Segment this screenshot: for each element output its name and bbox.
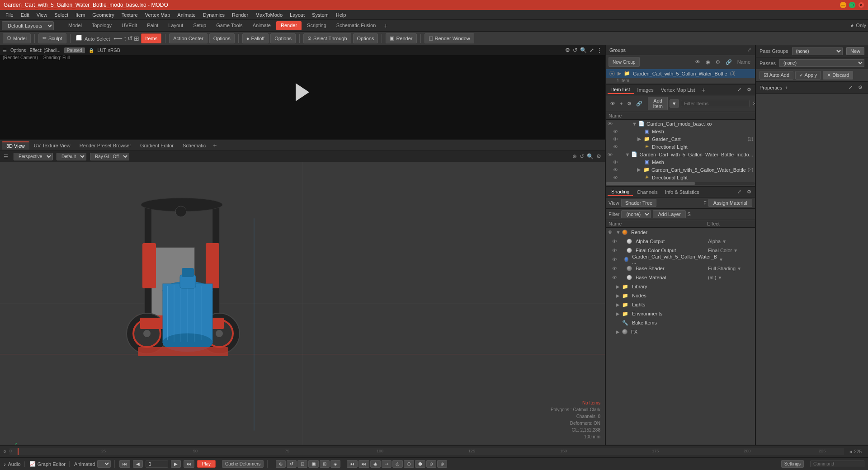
group-expand-icon-0[interactable]: ▶ (618, 70, 621, 76)
il-eye-icon[interactable]: 👁 (609, 100, 617, 108)
base-shader-dropdown-icon[interactable]: ▼ (737, 266, 741, 271)
groups-settings-icon[interactable]: ⚙ (714, 58, 722, 66)
preview-options-icon[interactable]: ☰ (3, 48, 7, 53)
viewport-view-dropdown[interactable]: Perspective (14, 153, 53, 160)
item-expand-0[interactable]: ▼ (632, 121, 637, 127)
groups-eye-icon[interactable]: 👁 (693, 58, 702, 66)
settings-button[interactable]: Settings (781, 460, 804, 468)
next-frame-button[interactable]: ▶ (171, 460, 181, 468)
tab-model[interactable]: Model (64, 21, 86, 30)
item-list-expand-icon[interactable]: ⤢ (736, 86, 743, 94)
shader-eye-base-shader[interactable]: 👁 (612, 266, 618, 271)
item-list-scrollbar-thumb[interactable] (606, 182, 695, 185)
shader-row-alpha[interactable]: 👁 Alpha Output Alpha ▼ (606, 237, 755, 246)
menu-animate[interactable]: Animate (174, 11, 199, 19)
il-add-icon[interactable]: + (618, 100, 624, 108)
menu-texture[interactable]: Texture (118, 11, 142, 19)
il-tab-images[interactable]: Images (634, 86, 657, 94)
playback-icon-4[interactable]: ▣ (308, 460, 319, 468)
preview-zoom-in-icon[interactable]: 🔍 (580, 47, 587, 53)
add-item-dropdown-button[interactable]: ▼ (670, 99, 679, 108)
discard-button[interactable]: ✕ Discard (823, 71, 853, 80)
tab-render[interactable]: Render (276, 21, 302, 30)
item-eye-1[interactable]: 👁 (613, 129, 619, 134)
cache-deformers-button[interactable]: Cache Deformers (222, 460, 264, 468)
play-transport-button[interactable]: Play (197, 460, 216, 468)
playback2-icon-8[interactable]: ⊙ (426, 460, 436, 468)
shader-expand-render[interactable]: ▼ (616, 230, 620, 235)
menu-select[interactable]: Select (51, 11, 72, 19)
group-item-0[interactable]: ▶ 📁 Garden_Cart_with_5_Gallon_Water_Bott… (606, 69, 755, 78)
viewport-options-icon[interactable]: ☰ (4, 154, 8, 160)
preview-settings-icon[interactable]: ⚙ (565, 47, 570, 53)
shader-expand-environments[interactable]: ▶ (616, 311, 620, 317)
shader-row-library[interactable]: 👁 ▶ 📁 Library (606, 282, 755, 291)
menu-vertex-map[interactable]: Vertex Map (142, 11, 174, 19)
item-eye-6[interactable]: 👁 (613, 167, 619, 173)
vp-tab-gradient-editor[interactable]: Gradient Editor (136, 142, 178, 149)
items-button[interactable]: Items (141, 33, 161, 43)
shading-tab-info[interactable]: Info & Statistics (661, 188, 703, 196)
viewport-rotate-icon[interactable]: ⊕ (572, 153, 577, 160)
il-tab-vertex-map[interactable]: Vertex Map List (657, 86, 699, 94)
groups-link-icon[interactable]: 🔗 (724, 58, 734, 66)
item-row-0[interactable]: 👁 ▼ 📄 Garden_Cart_modo_base.lxo (606, 120, 755, 127)
tab-animate[interactable]: Animate (248, 21, 275, 30)
select-through-button[interactable]: ⊙ Select Through (303, 33, 351, 43)
item-eye-0[interactable]: 👁 (608, 121, 614, 127)
item-expand-6[interactable]: ▶ (637, 167, 642, 173)
tab-uvedit[interactable]: UVEdit (117, 21, 142, 30)
gcwb-dropdown-icon[interactable]: ▼ (719, 257, 723, 262)
item-row-4[interactable]: 👁 ▼ 📄 Garden_Cart_with_5_Gallon_Water_Bo… (606, 150, 755, 158)
command-input[interactable] (810, 461, 864, 467)
tab-schematic-fusion[interactable]: Schematic Fusion (332, 21, 380, 30)
apply-button[interactable]: ✓ Apply (795, 71, 821, 80)
menu-view[interactable]: View (33, 11, 51, 19)
maximize-button[interactable]: □ (849, 2, 855, 8)
pass-groups-dropdown[interactable]: (none) (792, 47, 843, 55)
playback-icon-2[interactable]: ↺ (287, 460, 297, 468)
playback2-icon-9[interactable]: ⊛ (437, 460, 447, 468)
close-button[interactable]: ✕ (858, 2, 864, 8)
shading-settings-icon[interactable]: ⚙ (745, 188, 753, 196)
menu-system[interactable]: System (308, 11, 332, 19)
shader-row-nodes[interactable]: 👁 ▶ 📁 Nodes (606, 291, 755, 300)
shader-row-bake-items[interactable]: 👁 🔧 Bake Items (606, 318, 755, 327)
shader-eye-render[interactable]: 👁 (608, 230, 614, 235)
shader-row-environments[interactable]: 👁 ▶ 📁 Environments (606, 309, 755, 318)
item-row-6[interactable]: 👁 ▶ 📁 Garden_Cart_with_5_Gallon_Water_Bo… (606, 166, 755, 174)
properties-expand-icon[interactable]: ⤢ (847, 84, 854, 91)
shader-row-final-color[interactable]: 👁 Final Color Output Final Color ▼ (606, 246, 755, 255)
shader-row-base-material[interactable]: 👁 Base Material (all) ▼ (606, 273, 755, 282)
menu-file[interactable]: File (2, 11, 17, 19)
vp-tab-uv-texture[interactable]: UV Texture View (29, 142, 75, 149)
auto-add-button[interactable]: ☑ Auto Add (760, 71, 793, 80)
shader-row-base-shader[interactable]: 👁 Base Shader Full Shading ▼ (606, 264, 755, 273)
preview-paused-button[interactable]: Paused (64, 47, 85, 53)
item-row-2[interactable]: 👁 ▶ 📁 Garden_Cart (2) (606, 135, 755, 143)
il-link-icon[interactable]: 🔗 (634, 100, 644, 108)
shader-eye-gcwb[interactable]: 👁 (612, 257, 617, 262)
item-row-7[interactable]: 👁 ☀ Directional Light (606, 174, 755, 181)
item-row-1[interactable]: 👁 ▣ Mesh (606, 127, 755, 135)
shader-expand-library[interactable]: ▶ (616, 284, 620, 290)
item-expand-4[interactable]: ▼ (625, 152, 629, 157)
playback2-icon-2[interactable]: ⏭ (359, 460, 369, 468)
shading-filter-dropdown[interactable]: (none) (621, 210, 651, 218)
il-tab-item-list[interactable]: Item List (608, 86, 634, 94)
tab-topology[interactable]: Topology (87, 21, 116, 30)
prev-key-button[interactable]: ⏮ (119, 460, 130, 468)
minimize-button[interactable]: — (840, 2, 846, 8)
viewport-pan-icon[interactable]: ↺ (580, 153, 584, 160)
options-button-1[interactable]: Options (209, 33, 235, 43)
preview-expand-icon[interactable]: ⤢ (590, 47, 594, 53)
vp-tab-3dview[interactable]: 3D View (2, 141, 29, 150)
shader-expand-lights[interactable]: ▶ (616, 302, 620, 308)
options-button-3[interactable]: Options (353, 33, 378, 43)
preview-more-icon[interactable]: ⋮ (597, 47, 602, 53)
tab-paint[interactable]: Paint (142, 21, 163, 30)
shader-row-lights[interactable]: 👁 ▶ 📁 Lights (606, 300, 755, 309)
graph-editor-icon[interactable]: 📈 (29, 461, 36, 467)
menu-render[interactable]: Render (228, 11, 252, 19)
playback-icon-5[interactable]: ⊞ (320, 460, 330, 468)
